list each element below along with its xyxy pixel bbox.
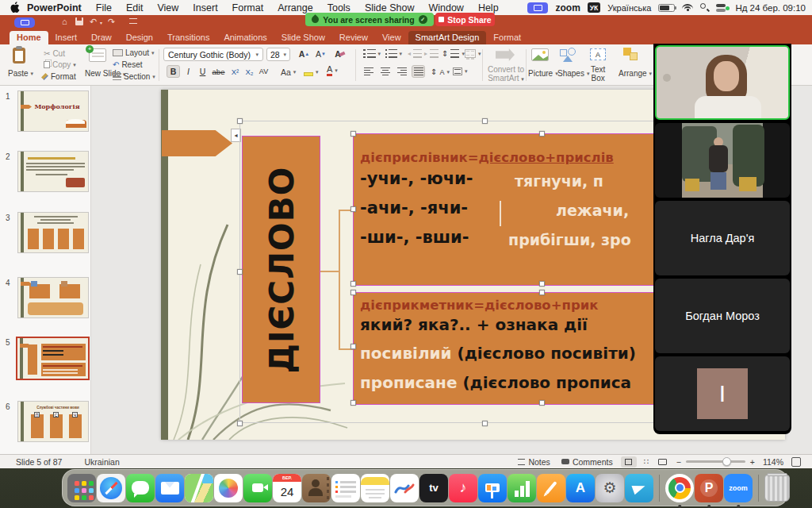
undo-caret-icon[interactable]: ▾ — [100, 20, 102, 25]
tab-smartart-design[interactable]: SmartArt Design — [408, 31, 487, 44]
dock-zoom-icon[interactable]: zoom — [724, 474, 753, 502]
bullets-button[interactable]: ▾ — [363, 49, 381, 58]
menu-help[interactable]: Help — [471, 2, 506, 13]
dock-numbers-icon[interactable] — [508, 474, 536, 502]
dock-messages-icon[interactable] — [126, 474, 155, 502]
control-center-icon[interactable] — [716, 4, 728, 12]
align-right-button[interactable] — [395, 65, 408, 78]
text-box-icon[interactable]: A — [590, 48, 606, 60]
character-spacing-button[interactable]: AV — [257, 65, 270, 78]
bold-button[interactable]: B — [167, 65, 180, 78]
menubar-clock[interactable]: Нд 24 бер. 09:10 — [735, 3, 806, 13]
slide-thumbnail-1[interactable]: Морфологія — [17, 90, 89, 132]
apple-menu-icon[interactable] — [10, 2, 20, 13]
selection-handle[interactable] — [482, 118, 488, 124]
format-painter-button[interactable]: Format — [41, 72, 76, 81]
align-left-button[interactable] — [362, 65, 375, 78]
underline-button[interactable]: U — [196, 65, 209, 78]
tab-view[interactable]: View — [375, 31, 408, 44]
dock-trash-icon[interactable] — [764, 475, 790, 502]
participant-tile-initial[interactable]: І — [655, 356, 790, 431]
selection-handle[interactable] — [539, 281, 545, 287]
align-center-button[interactable] — [378, 65, 392, 78]
tab-home[interactable]: Home — [10, 31, 48, 44]
tab-draw[interactable]: Draw — [84, 31, 119, 44]
dock-reminders-icon[interactable] — [331, 474, 360, 502]
save-icon[interactable] — [75, 17, 83, 25]
participant-tile-bohdan[interactable]: Богдан Мороз — [655, 279, 790, 353]
slide-thumbnail-6[interactable]: Службові частини мови П С Ч — [17, 401, 89, 442]
notes-button[interactable]: Notes — [518, 457, 550, 467]
section-button[interactable]: Section▾ — [113, 72, 155, 81]
selection-handle[interactable] — [237, 118, 243, 124]
subscript-button[interactable]: X₂ — [243, 65, 256, 78]
selection-handle[interactable] — [350, 344, 356, 349]
menu-tools[interactable]: Tools — [320, 2, 358, 13]
menu-format[interactable]: Format — [225, 2, 271, 13]
line-spacing-button[interactable]: ⇕▾ — [442, 49, 465, 58]
zoom-out-button[interactable]: − — [676, 457, 681, 467]
dock-notes-icon[interactable] — [361, 474, 389, 502]
tab-transitions[interactable]: Transitions — [160, 31, 216, 44]
selection-handle[interactable] — [482, 421, 488, 426]
zoom-in-button[interactable]: + — [750, 457, 755, 467]
fit-slide-button[interactable] — [791, 457, 801, 467]
slide-thumbnail-3[interactable] — [17, 212, 89, 253]
dock-calendar-icon[interactable]: БЕР.24 — [273, 474, 301, 502]
input-source-badge[interactable]: УК — [588, 2, 600, 13]
tab-animations[interactable]: Animations — [216, 31, 274, 44]
font-color-button[interactable]: A▾ — [327, 65, 338, 76]
selection-handle[interactable] — [350, 131, 356, 137]
slide-thumbnail-5-selected[interactable] — [16, 337, 90, 380]
tab-review[interactable]: Review — [332, 31, 375, 44]
wifi-icon[interactable] — [682, 4, 693, 12]
justify-button[interactable] — [412, 65, 425, 78]
dock-contacts-icon[interactable] — [302, 474, 331, 502]
zoom-percentage[interactable]: 114% — [763, 457, 783, 467]
dock-keynote-icon[interactable] — [478, 474, 507, 502]
slide-sorter-view-button[interactable]: ∷ — [640, 456, 653, 468]
tab-slide-show[interactable]: Slide Show — [274, 31, 332, 44]
dock-pages-icon[interactable] — [537, 474, 565, 502]
menu-app-name[interactable]: PowerPoint — [20, 2, 89, 13]
tab-insert[interactable]: Insert — [48, 31, 85, 44]
normal-view-button[interactable] — [621, 456, 637, 468]
superscript-button[interactable]: X² — [228, 65, 242, 78]
quick-access-more-icon[interactable] — [129, 18, 137, 24]
selection-handle[interactable] — [539, 131, 545, 137]
menu-file[interactable]: File — [89, 2, 119, 13]
dock-safari-icon[interactable] — [97, 474, 125, 502]
slideshow-view-button[interactable] — [656, 456, 670, 468]
tab-design[interactable]: Design — [119, 31, 160, 44]
picture-button[interactable]: Picture▾ — [528, 69, 558, 78]
dock-system-settings-icon[interactable]: ⚙ — [596, 474, 624, 502]
dock-mail-icon[interactable] — [155, 474, 184, 502]
increase-font-size-button[interactable]: A▲ — [297, 48, 311, 60]
screen-sharing-status-icon[interactable] — [527, 2, 548, 13]
menu-edit[interactable]: Edit — [119, 2, 151, 13]
participant-video-active-speaker[interactable] — [655, 45, 790, 120]
reset-button[interactable]: ↶Reset — [113, 60, 143, 69]
paste-icon[interactable] — [13, 48, 25, 64]
menu-window[interactable]: Window — [421, 2, 470, 13]
dock-photos-icon[interactable] — [214, 474, 243, 502]
input-source-name[interactable]: Українська — [607, 3, 651, 13]
menu-slide-show[interactable]: Slide Show — [358, 2, 422, 13]
arrange-button[interactable]: Arrange▾ — [619, 69, 652, 78]
clear-formatting-button[interactable]: A — [333, 48, 347, 60]
cut-button[interactable]: ✂Cut — [44, 49, 65, 58]
comments-button[interactable]: Comments — [561, 457, 613, 467]
selection-handle[interactable] — [350, 290, 356, 295]
selection-handle[interactable] — [237, 421, 243, 426]
battery-icon[interactable] — [658, 4, 675, 12]
redo-icon[interactable]: ↷ — [108, 17, 115, 27]
dock-app-store-icon[interactable]: A — [566, 474, 595, 502]
dock-launchpad-icon[interactable] — [67, 474, 96, 502]
home-icon[interactable]: ⌂ — [62, 17, 67, 26]
shapes-button[interactable]: Shapes▾ — [557, 69, 589, 78]
participant-tile-nahla[interactable]: Нагла Дар'я — [655, 201, 790, 275]
dock-powerpoint-icon[interactable]: P — [695, 474, 723, 502]
zoom-slider[interactable] — [686, 460, 745, 463]
shapes-icon[interactable] — [560, 48, 576, 62]
columns-button[interactable]: ▾ — [465, 49, 481, 58]
